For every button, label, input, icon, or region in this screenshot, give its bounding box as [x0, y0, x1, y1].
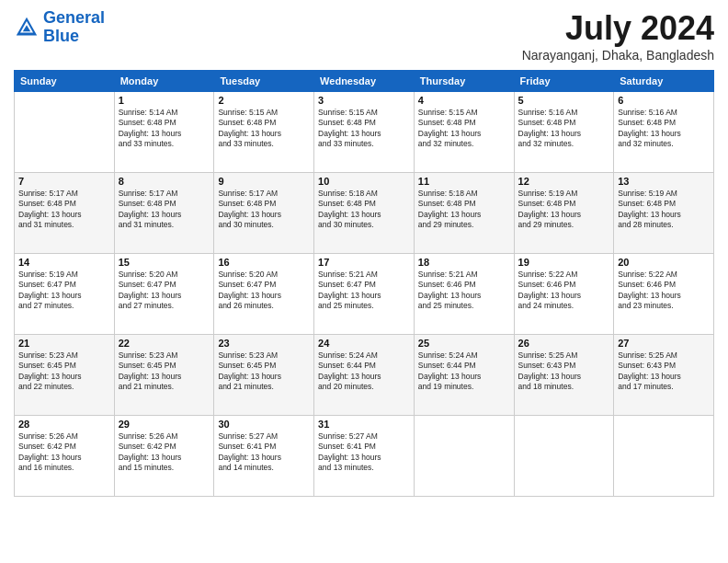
calendar-cell: 26Sunrise: 5:25 AM Sunset: 6:43 PM Dayli… [514, 335, 614, 416]
day-info: Sunrise: 5:18 AM Sunset: 6:48 PM Dayligh… [318, 189, 410, 231]
day-info: Sunrise: 5:24 AM Sunset: 6:44 PM Dayligh… [418, 350, 510, 393]
calendar-cell: 3Sunrise: 5:15 AM Sunset: 6:48 PM Daylig… [314, 92, 415, 173]
calendar-week-row: 14Sunrise: 5:19 AM Sunset: 6:47 PM Dayli… [15, 254, 714, 335]
calendar-cell [414, 416, 514, 497]
day-number: 18 [418, 257, 510, 268]
calendar-cell: 15Sunrise: 5:20 AM Sunset: 6:47 PM Dayli… [114, 254, 214, 335]
calendar-cell: 2Sunrise: 5:15 AM Sunset: 6:48 PM Daylig… [214, 92, 314, 173]
logo: General Blue [14, 9, 105, 46]
calendar-cell: 27Sunrise: 5:25 AM Sunset: 6:43 PM Dayli… [614, 335, 714, 416]
day-info: Sunrise: 5:20 AM Sunset: 6:47 PM Dayligh… [218, 270, 310, 312]
day-number: 27 [618, 338, 710, 349]
weekday-header: Monday [114, 71, 214, 92]
day-number: 4 [418, 95, 510, 106]
calendar-cell: 14Sunrise: 5:19 AM Sunset: 6:47 PM Dayli… [15, 254, 115, 335]
calendar-cell: 7Sunrise: 5:17 AM Sunset: 6:48 PM Daylig… [15, 173, 115, 254]
day-number: 5 [518, 95, 610, 106]
calendar-cell: 30Sunrise: 5:27 AM Sunset: 6:41 PM Dayli… [214, 416, 314, 497]
month-title: July 2024 [522, 9, 714, 48]
day-info: Sunrise: 5:22 AM Sunset: 6:46 PM Dayligh… [618, 270, 710, 312]
day-info: Sunrise: 5:23 AM Sunset: 6:45 PM Dayligh… [218, 350, 310, 393]
day-info: Sunrise: 5:26 AM Sunset: 6:42 PM Dayligh… [18, 431, 110, 474]
day-number: 26 [518, 338, 610, 349]
weekday-header: Wednesday [314, 71, 415, 92]
calendar-week-row: 7Sunrise: 5:17 AM Sunset: 6:48 PM Daylig… [15, 173, 714, 254]
weekday-header: Sunday [15, 71, 115, 92]
calendar-cell: 6Sunrise: 5:16 AM Sunset: 6:48 PM Daylig… [614, 92, 714, 173]
calendar-header-row: SundayMondayTuesdayWednesdayThursdayFrid… [15, 71, 714, 92]
calendar-cell: 9Sunrise: 5:17 AM Sunset: 6:48 PM Daylig… [214, 173, 314, 254]
day-info: Sunrise: 5:16 AM Sunset: 6:48 PM Dayligh… [518, 108, 610, 150]
calendar-cell: 16Sunrise: 5:20 AM Sunset: 6:47 PM Dayli… [214, 254, 314, 335]
day-number: 12 [518, 176, 610, 187]
calendar-cell: 11Sunrise: 5:18 AM Sunset: 6:48 PM Dayli… [414, 173, 514, 254]
calendar-table: SundayMondayTuesdayWednesdayThursdayFrid… [14, 70, 714, 497]
calendar-cell [614, 416, 714, 497]
title-block: July 2024 Narayanganj, Dhaka, Bangladesh [522, 9, 714, 63]
day-info: Sunrise: 5:19 AM Sunset: 6:48 PM Dayligh… [518, 189, 610, 231]
day-number: 30 [218, 419, 310, 430]
calendar-cell: 24Sunrise: 5:24 AM Sunset: 6:44 PM Dayli… [314, 335, 415, 416]
day-number: 31 [318, 419, 410, 430]
day-number: 22 [119, 338, 210, 349]
day-number: 13 [618, 176, 710, 187]
day-info: Sunrise: 5:17 AM Sunset: 6:48 PM Dayligh… [218, 189, 310, 231]
day-info: Sunrise: 5:15 AM Sunset: 6:48 PM Dayligh… [318, 108, 410, 150]
calendar-cell: 28Sunrise: 5:26 AM Sunset: 6:42 PM Dayli… [15, 416, 115, 497]
header: General Blue July 2024 Narayanganj, Dhak… [14, 9, 714, 63]
calendar-cell: 8Sunrise: 5:17 AM Sunset: 6:48 PM Daylig… [114, 173, 214, 254]
day-info: Sunrise: 5:15 AM Sunset: 6:48 PM Dayligh… [218, 108, 310, 150]
calendar-cell: 20Sunrise: 5:22 AM Sunset: 6:46 PM Dayli… [614, 254, 714, 335]
day-number: 29 [119, 419, 210, 430]
day-number: 17 [318, 257, 410, 268]
day-info: Sunrise: 5:22 AM Sunset: 6:46 PM Dayligh… [518, 270, 610, 312]
calendar-cell: 31Sunrise: 5:27 AM Sunset: 6:41 PM Dayli… [314, 416, 415, 497]
day-info: Sunrise: 5:19 AM Sunset: 6:47 PM Dayligh… [18, 270, 110, 312]
calendar-cell: 13Sunrise: 5:19 AM Sunset: 6:48 PM Dayli… [614, 173, 714, 254]
day-info: Sunrise: 5:23 AM Sunset: 6:45 PM Dayligh… [119, 350, 210, 393]
day-info: Sunrise: 5:14 AM Sunset: 6:48 PM Dayligh… [119, 108, 210, 150]
weekday-header: Friday [514, 71, 614, 92]
logo-icon [14, 15, 40, 40]
calendar-cell: 25Sunrise: 5:24 AM Sunset: 6:44 PM Dayli… [414, 335, 514, 416]
calendar-cell: 4Sunrise: 5:15 AM Sunset: 6:48 PM Daylig… [414, 92, 514, 173]
day-info: Sunrise: 5:18 AM Sunset: 6:48 PM Dayligh… [418, 189, 510, 231]
calendar-cell: 1Sunrise: 5:14 AM Sunset: 6:48 PM Daylig… [114, 92, 214, 173]
day-number: 20 [618, 257, 710, 268]
day-info: Sunrise: 5:16 AM Sunset: 6:48 PM Dayligh… [618, 108, 710, 150]
day-info: Sunrise: 5:24 AM Sunset: 6:44 PM Dayligh… [318, 350, 410, 393]
calendar-cell: 17Sunrise: 5:21 AM Sunset: 6:47 PM Dayli… [314, 254, 415, 335]
day-info: Sunrise: 5:20 AM Sunset: 6:47 PM Dayligh… [119, 270, 210, 312]
day-number: 10 [318, 176, 410, 187]
day-info: Sunrise: 5:23 AM Sunset: 6:45 PM Dayligh… [18, 350, 110, 393]
day-info: Sunrise: 5:17 AM Sunset: 6:48 PM Dayligh… [18, 189, 110, 231]
day-number: 7 [18, 176, 110, 187]
day-info: Sunrise: 5:27 AM Sunset: 6:41 PM Dayligh… [318, 431, 410, 474]
calendar-cell: 29Sunrise: 5:26 AM Sunset: 6:42 PM Dayli… [114, 416, 214, 497]
calendar-cell: 21Sunrise: 5:23 AM Sunset: 6:45 PM Dayli… [15, 335, 115, 416]
weekday-header: Tuesday [214, 71, 314, 92]
day-number: 1 [119, 95, 210, 106]
calendar-week-row: 1Sunrise: 5:14 AM Sunset: 6:48 PM Daylig… [15, 92, 714, 173]
page: General Blue July 2024 Narayanganj, Dhak… [0, 0, 728, 563]
day-number: 8 [119, 176, 210, 187]
day-number: 28 [18, 419, 110, 430]
calendar-cell [15, 92, 115, 173]
day-number: 16 [218, 257, 310, 268]
location: Narayanganj, Dhaka, Bangladesh [522, 48, 714, 63]
day-number: 15 [119, 257, 210, 268]
calendar-cell: 19Sunrise: 5:22 AM Sunset: 6:46 PM Dayli… [514, 254, 614, 335]
calendar-cell: 12Sunrise: 5:19 AM Sunset: 6:48 PM Dayli… [514, 173, 614, 254]
calendar-cell: 22Sunrise: 5:23 AM Sunset: 6:45 PM Dayli… [114, 335, 214, 416]
day-number: 25 [418, 338, 510, 349]
logo-text: General Blue [43, 9, 105, 46]
day-number: 3 [318, 95, 410, 106]
calendar-cell: 5Sunrise: 5:16 AM Sunset: 6:48 PM Daylig… [514, 92, 614, 173]
calendar-cell: 10Sunrise: 5:18 AM Sunset: 6:48 PM Dayli… [314, 173, 415, 254]
day-info: Sunrise: 5:17 AM Sunset: 6:48 PM Dayligh… [119, 189, 210, 231]
weekday-header: Thursday [414, 71, 514, 92]
day-info: Sunrise: 5:21 AM Sunset: 6:46 PM Dayligh… [418, 270, 510, 312]
weekday-header: Saturday [614, 71, 714, 92]
calendar-cell [514, 416, 614, 497]
day-number: 11 [418, 176, 510, 187]
